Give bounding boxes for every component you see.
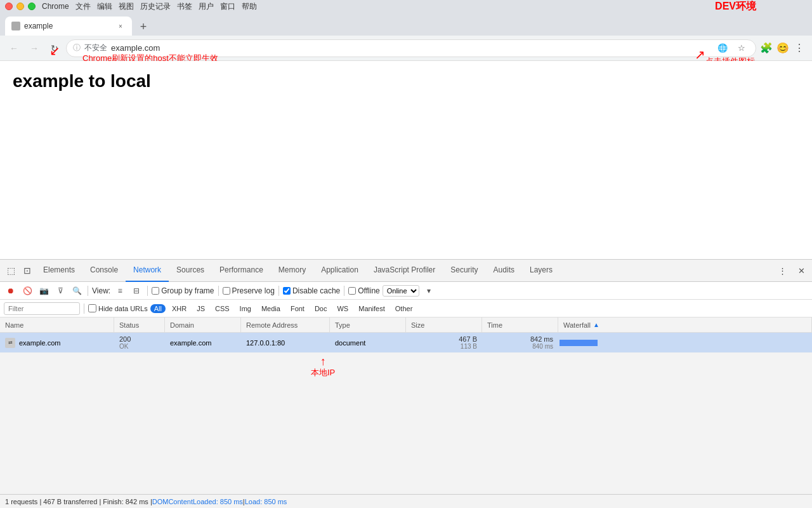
minimize-window-button[interactable] <box>16 3 24 10</box>
tab-application[interactable]: Application <box>313 260 366 282</box>
th-size[interactable]: Size <box>406 318 482 332</box>
filter-media-button[interactable]: Media <box>258 304 284 313</box>
tab-console[interactable]: Console <box>82 260 126 282</box>
screenshot-button[interactable]: 📷 <box>37 284 51 298</box>
statusbar-text: 1 requests | 467 B transferred | Finish:… <box>5 498 152 505</box>
url-text[interactable]: example.com <box>111 43 711 53</box>
record-button[interactable]: ⏺ <box>4 284 18 298</box>
menu-bookmarks[interactable]: 书签 <box>174 1 195 12</box>
menu-history[interactable]: 历史记录 <box>138 1 173 12</box>
tab-network[interactable]: Network <box>126 260 169 282</box>
toolbar-separator-2 <box>147 286 148 296</box>
group-by-frame-checkbox[interactable] <box>152 287 159 295</box>
statusbar-domcontentloaded[interactable]: DOMContentLoaded: 850 ms <box>152 498 243 505</box>
menu-file[interactable]: 文件 <box>73 1 93 12</box>
tab-security[interactable]: Security <box>443 260 485 282</box>
hide-data-urls-label[interactable]: Hide data URLs <box>88 304 148 312</box>
td-size: 467 B 113 B <box>406 333 482 352</box>
th-type[interactable]: Type <box>330 318 406 332</box>
tab-memory[interactable]: Memory <box>271 260 313 282</box>
insecure-icon: ⓘ <box>73 43 81 53</box>
menu-edit[interactable]: 编辑 <box>95 1 115 12</box>
filter-css-button[interactable]: CSS <box>211 304 233 313</box>
bookmark-icon[interactable]: ☆ <box>734 41 749 56</box>
profile-icon[interactable]: 😊 <box>775 41 790 56</box>
waterfall-sort-arrow: ▲ <box>593 321 599 328</box>
tab-layers[interactable]: Layers <box>522 260 560 282</box>
search-button[interactable]: 🔍 <box>70 284 84 298</box>
disable-cache-label[interactable]: Disable cache <box>283 286 340 295</box>
th-remote-address[interactable]: Remote Address <box>241 318 330 332</box>
devtools-inspect-button[interactable]: ⬚ <box>3 262 19 279</box>
preserve-log-checkbox[interactable] <box>223 287 230 295</box>
filter-doc-button[interactable]: Doc <box>311 304 331 313</box>
filter-js-button[interactable]: JS <box>193 304 209 313</box>
menu-window[interactable]: 窗口 <box>218 1 238 12</box>
network-toolbar: ⏺ 🚫 📷 ⊽ 🔍 View: ≡ ⊟ Group by frame Prese… <box>0 282 812 300</box>
td-time: 842 ms 840 ms <box>482 333 558 352</box>
devtools-responsive-button[interactable]: ⊡ <box>19 262 36 279</box>
toolbar-separator-4 <box>278 286 279 296</box>
network-table-body: ⇄ example.com 200 OK example.com 127.0.0… <box>0 333 812 353</box>
translate-icon[interactable]: 🌐 <box>715 41 730 56</box>
view-list-button[interactable]: ≡ <box>113 284 127 298</box>
menu-people[interactable]: 用户 <box>196 1 216 12</box>
hide-data-urls-checkbox[interactable] <box>88 304 96 312</box>
view-table-button[interactable]: ⊟ <box>129 284 143 298</box>
dev-env-label: DEV环境 <box>715 0 756 13</box>
browser-tab[interactable]: example × <box>5 17 132 36</box>
tab-js-profiler[interactable]: JavaScript Profiler <box>366 260 443 282</box>
offline-label[interactable]: Offline <box>348 286 379 295</box>
filter-input[interactable] <box>4 302 80 315</box>
devtools-more-button[interactable]: ⋮ <box>774 262 790 279</box>
devtools-close-button[interactable]: ✕ <box>793 262 809 279</box>
menu-chrome[interactable]: Chrome <box>39 2 72 11</box>
tab-close-button[interactable]: × <box>115 21 126 31</box>
close-window-button[interactable] <box>5 3 13 10</box>
chrome-menu-icon[interactable]: ⋮ <box>792 41 807 56</box>
filter-manifest-button[interactable]: Manifest <box>355 304 389 313</box>
menu-help[interactable]: 帮助 <box>239 1 259 12</box>
offline-checkbox[interactable] <box>348 287 356 295</box>
th-waterfall[interactable]: Waterfall ▲ <box>558 318 812 332</box>
filter-all-button[interactable]: All <box>150 304 166 313</box>
tab-performance[interactable]: Performance <box>212 260 271 282</box>
address-bar[interactable]: ⓘ 不安全 example.com 🌐 ☆ <box>66 39 756 57</box>
page-main-text: example to local <box>0 61 812 102</box>
devtools-actions: ⋮ ✕ <box>774 262 809 279</box>
filter-other-button[interactable]: Other <box>391 304 417 313</box>
browser-right-icons: 🧩 😊 ⋮ <box>759 41 807 56</box>
tab-elements[interactable]: Elements <box>36 260 82 282</box>
filter-ws-button[interactable]: WS <box>333 304 352 313</box>
table-row[interactable]: ⇄ example.com 200 OK example.com 127.0.0… <box>0 333 812 353</box>
back-button[interactable]: ← <box>5 39 23 57</box>
extensions-icon[interactable]: 🧩 <box>759 41 774 56</box>
tab-audits[interactable]: Audits <box>486 260 522 282</box>
filter-toggle-button[interactable]: ⊽ <box>53 284 67 298</box>
th-domain[interactable]: Domain <box>165 318 241 332</box>
menu-view[interactable]: 视图 <box>116 1 136 12</box>
statusbar: 1 requests | 467 B transferred | Finish:… <box>0 494 812 508</box>
new-tab-button[interactable]: + <box>134 18 152 36</box>
th-name[interactable]: Name <box>0 318 114 332</box>
clear-button[interactable]: 🚫 <box>20 284 34 298</box>
filter-img-button[interactable]: Img <box>236 304 255 313</box>
maximize-window-button[interactable] <box>28 3 36 10</box>
statusbar-load[interactable]: Load: 850 ms <box>245 498 287 505</box>
filter-xhr-button[interactable]: XHR <box>168 304 190 313</box>
throttle-select[interactable]: Online <box>383 285 419 297</box>
throttle-dropdown-button[interactable]: ▾ <box>422 284 436 298</box>
reload-button[interactable]: ↻ <box>46 39 63 57</box>
forward-button[interactable]: → <box>25 39 43 57</box>
tab-sources[interactable]: Sources <box>169 260 212 282</box>
devtools-tabs: ⬚ ⊡ Elements Console Network Sources Per… <box>0 260 812 282</box>
chrome-addressbar: ← → ↻ ⓘ 不安全 example.com 🌐 ☆ 🧩 😊 ⋮ <box>0 36 812 61</box>
disable-cache-checkbox[interactable] <box>283 287 291 295</box>
group-by-frame-label[interactable]: Group by frame <box>152 286 214 295</box>
toolbar-separator-5 <box>344 286 344 296</box>
chrome-tabbar: example × + <box>0 13 812 36</box>
th-status[interactable]: Status <box>114 318 165 332</box>
filter-font-button[interactable]: Font <box>287 304 308 313</box>
preserve-log-label[interactable]: Preserve log <box>223 286 275 295</box>
th-time[interactable]: Time <box>482 318 558 332</box>
